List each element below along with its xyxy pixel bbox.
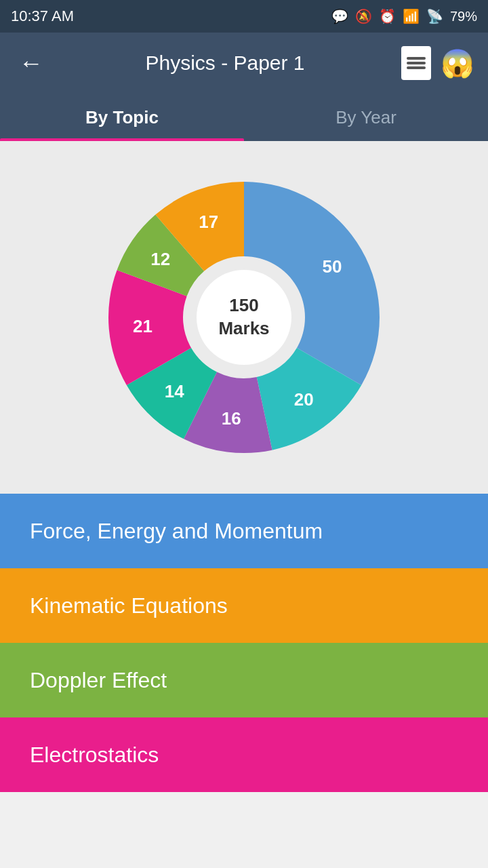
topic-item-3[interactable]: Electrostatics xyxy=(0,717,488,792)
emoji-icon: 😱 xyxy=(441,47,474,79)
chart-center: 150 Marks xyxy=(197,270,291,365)
header-icons: 😱 xyxy=(401,46,474,80)
back-button[interactable]: ← xyxy=(14,43,49,83)
donut-chart: 50201614211217 150 Marks xyxy=(88,161,400,473)
center-value: 150 xyxy=(229,294,258,317)
header: ← Physics - Paper 1 😱 xyxy=(0,33,488,94)
page-title: Physics - Paper 1 xyxy=(62,52,388,75)
tab-by-year[interactable]: By Year xyxy=(244,94,488,141)
wifi-icon: 📶 xyxy=(403,8,420,24)
mute-icon: 🔕 xyxy=(355,8,372,24)
chart-area: 50201614211217 150 Marks xyxy=(0,141,488,494)
segment-label-5: 12 xyxy=(150,249,170,269)
status-bar: 10:37 AM 💬 🔕 ⏰ 📶 📡 79% xyxy=(0,0,488,33)
battery-text: 79% xyxy=(450,9,477,24)
segment-label-3: 14 xyxy=(165,381,184,401)
document-icon[interactable] xyxy=(401,46,431,80)
center-label: Marks xyxy=(218,317,269,340)
segment-label-6: 17 xyxy=(199,212,218,232)
whatsapp-icon: 💬 xyxy=(331,8,348,24)
segment-label-1: 20 xyxy=(294,389,314,410)
status-icons: 💬 🔕 ⏰ 📶 📡 79% xyxy=(331,8,477,24)
signal-icon: 📡 xyxy=(426,8,443,24)
tab-by-topic[interactable]: By Topic xyxy=(0,94,244,141)
tabs-bar: By Topic By Year xyxy=(0,94,488,141)
tab-indicator xyxy=(0,138,244,141)
topics-list: Force, Energy and MomentumKinematic Equa… xyxy=(0,494,488,792)
alarm-icon: ⏰ xyxy=(379,8,396,24)
topic-item-0[interactable]: Force, Energy and Momentum xyxy=(0,494,488,568)
segment-label-0: 50 xyxy=(322,256,342,277)
segment-label-4: 21 xyxy=(133,316,152,336)
topic-item-2[interactable]: Doppler Effect xyxy=(0,643,488,717)
segment-label-2: 16 xyxy=(222,408,241,429)
status-time: 10:37 AM xyxy=(11,7,74,25)
topic-item-1[interactable]: Kinematic Equations xyxy=(0,568,488,643)
